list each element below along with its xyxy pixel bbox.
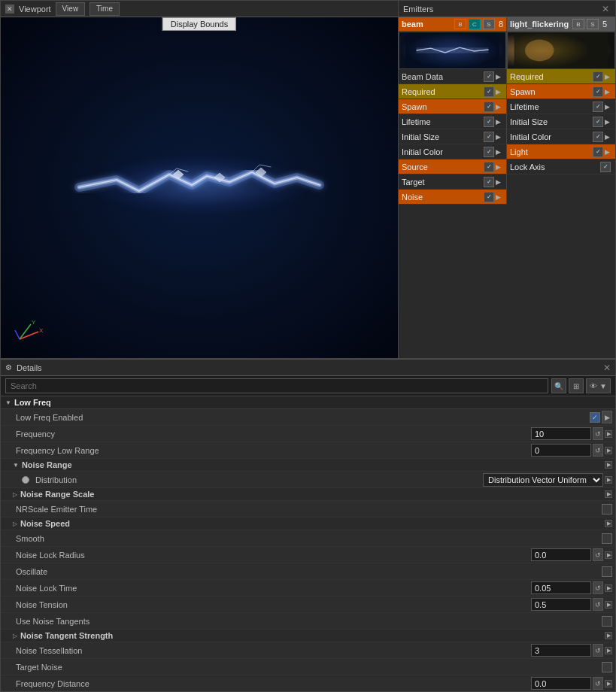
light-init-color-check[interactable] xyxy=(593,132,603,142)
distribution-dropdown[interactable]: Distribution Vector Uniform xyxy=(483,473,603,487)
target-arrow[interactable]: ▶ xyxy=(496,178,503,186)
source-check[interactable] xyxy=(484,162,494,172)
frequency-reset[interactable]: ▶ xyxy=(605,430,612,438)
lifetime-check[interactable] xyxy=(484,117,494,127)
freq-low-range-reset[interactable]: ▶ xyxy=(605,447,612,454)
light-icon-s[interactable]: S xyxy=(587,19,599,29)
source-arrow[interactable]: ▶ xyxy=(496,163,503,171)
required-arrow[interactable]: ▶ xyxy=(496,88,503,96)
beam-icon-c[interactable]: C xyxy=(469,19,481,29)
noise-tessellation-reset[interactable]: ▶ xyxy=(605,647,612,654)
noise-tangent-reset[interactable]: ▶ xyxy=(605,632,612,639)
light-light-check[interactable] xyxy=(593,147,603,157)
light-spawn-arrow[interactable]: ▶ xyxy=(605,88,612,96)
oscillate-checkbox[interactable] xyxy=(602,566,612,577)
emitters-close-btn[interactable]: ✕ xyxy=(600,4,611,14)
module-light-light[interactable]: Light ▶ xyxy=(507,144,615,159)
noise-lock-time-reset[interactable]: ▶ xyxy=(605,584,612,592)
beam-icon-b[interactable]: B xyxy=(454,19,466,29)
spawn-check[interactable] xyxy=(484,102,494,112)
lock-axis-check[interactable] xyxy=(600,162,611,172)
module-noise[interactable]: Noise ▶ xyxy=(399,190,506,205)
beam-icon-s[interactable]: S xyxy=(483,19,495,29)
search-icon-btn[interactable]: 🔍 xyxy=(551,378,566,393)
module-light-required[interactable]: Required ▶ xyxy=(507,69,615,84)
noise-tension-input[interactable] xyxy=(531,598,591,611)
noise-tension-spin[interactable]: ↺ xyxy=(593,598,603,611)
light-icon-b[interactable]: B xyxy=(572,19,584,29)
target-check[interactable] xyxy=(484,177,494,187)
noise-tension-reset[interactable]: ▶ xyxy=(605,601,612,609)
light-lifetime-check[interactable] xyxy=(593,102,603,112)
module-lifetime[interactable]: Lifetime ▶ xyxy=(399,114,506,129)
module-target[interactable]: Target ▶ xyxy=(399,175,506,190)
light-init-size-check[interactable] xyxy=(593,117,603,127)
light-lifetime-arrow[interactable]: ▶ xyxy=(605,103,612,111)
low-freq-enabled-btn[interactable]: ▶ xyxy=(602,411,612,423)
noise-arrow[interactable]: ▶ xyxy=(496,193,503,201)
freq-low-range-input[interactable] xyxy=(531,444,591,457)
nrscale-checkbox[interactable] xyxy=(602,504,612,514)
light-spawn-check[interactable] xyxy=(593,86,603,97)
noise-lock-radius-spin[interactable]: ↺ xyxy=(593,548,603,561)
target-noise-checkbox[interactable] xyxy=(602,662,612,672)
search-input[interactable] xyxy=(5,378,548,393)
low-freq-section-header[interactable]: ▼ Low Freq xyxy=(1,396,615,409)
initial-color-check[interactable] xyxy=(484,147,494,157)
noise-range-header[interactable]: ▼ Noise Range ▶ xyxy=(1,459,615,472)
module-light-initial-color[interactable]: Initial Color ▶ xyxy=(507,129,615,144)
noise-range-scale-header[interactable]: ▷ Noise Range Scale ▶ xyxy=(1,488,615,501)
light-required-arrow[interactable]: ▶ xyxy=(605,73,612,80)
module-initial-size[interactable]: Initial Size ▶ xyxy=(399,129,506,144)
noise-speed-header[interactable]: ▷ Noise Speed ▶ xyxy=(1,517,615,530)
spawn-arrow[interactable]: ▶ xyxy=(496,103,503,111)
module-initial-color[interactable]: Initial Color ▶ xyxy=(399,144,506,159)
smooth-checkbox[interactable] xyxy=(602,533,612,544)
initial-size-arrow[interactable]: ▶ xyxy=(496,133,503,141)
frequency-spin[interactable]: ↺ xyxy=(593,427,603,440)
module-light-lifetime[interactable]: Lifetime ▶ xyxy=(507,99,615,114)
light-required-check[interactable] xyxy=(593,71,603,82)
noise-range-scale-reset[interactable]: ▶ xyxy=(605,490,612,498)
frequency-distance-reset[interactable]: ▶ xyxy=(605,680,612,687)
noise-lock-time-input[interactable] xyxy=(531,581,591,594)
light-init-color-arrow[interactable]: ▶ xyxy=(605,133,612,141)
required-check[interactable] xyxy=(484,86,494,97)
time-button[interactable]: Time xyxy=(90,2,120,16)
module-lock-axis[interactable]: Lock Axis xyxy=(507,159,615,175)
noise-tangent-strength-header[interactable]: ▷ Noise Tangent Strength ▶ xyxy=(1,630,615,642)
freq-low-range-spin[interactable]: ↺ xyxy=(593,444,603,457)
initial-size-check[interactable] xyxy=(484,132,494,142)
noise-lock-radius-input[interactable] xyxy=(531,548,591,561)
module-light-initial-size[interactable]: Initial Size ▶ xyxy=(507,114,615,129)
frequency-input[interactable] xyxy=(531,427,591,440)
lifetime-arrow[interactable]: ▶ xyxy=(496,118,503,126)
frequency-distance-spin[interactable]: ↺ xyxy=(593,677,603,690)
noise-speed-reset[interactable]: ▶ xyxy=(605,520,612,527)
noise-check[interactable] xyxy=(484,192,494,202)
module-source[interactable]: Source ▶ xyxy=(399,159,506,175)
noise-range-reset[interactable]: ▶ xyxy=(605,461,612,469)
beam-data-check[interactable] xyxy=(484,71,494,82)
light-init-size-arrow[interactable]: ▶ xyxy=(605,118,612,126)
noise-tessellation-input[interactable] xyxy=(531,644,591,657)
noise-lock-time-spin[interactable]: ↺ xyxy=(593,581,603,594)
initial-color-arrow[interactable]: ▶ xyxy=(496,148,503,156)
light-light-arrow[interactable]: ▶ xyxy=(605,148,612,156)
module-required[interactable]: Required ▶ xyxy=(399,84,506,99)
module-beam-data[interactable]: Beam Data ▶ xyxy=(399,69,506,84)
grid-view-btn[interactable]: ⊞ xyxy=(569,378,584,393)
visibility-btn[interactable]: 👁 ▼ xyxy=(586,378,611,393)
module-light-spawn[interactable]: Spawn ▶ xyxy=(507,84,615,99)
beam-data-arrow[interactable]: ▶ xyxy=(496,73,503,80)
viewport-close-btn[interactable]: ✕ xyxy=(5,5,14,14)
low-freq-enabled-checkbox[interactable] xyxy=(590,412,600,423)
distribution-reset[interactable]: ▶ xyxy=(605,476,612,484)
details-close-btn[interactable]: ✕ xyxy=(603,363,611,373)
frequency-distance-input[interactable] xyxy=(531,677,591,690)
noise-tessellation-spin[interactable]: ↺ xyxy=(593,644,603,657)
view-button[interactable]: View xyxy=(56,2,86,16)
display-bounds-button[interactable]: Display Bounds xyxy=(162,17,236,31)
use-noise-tangents-checkbox[interactable] xyxy=(602,616,612,627)
noise-lock-radius-reset[interactable]: ▶ xyxy=(605,551,612,559)
